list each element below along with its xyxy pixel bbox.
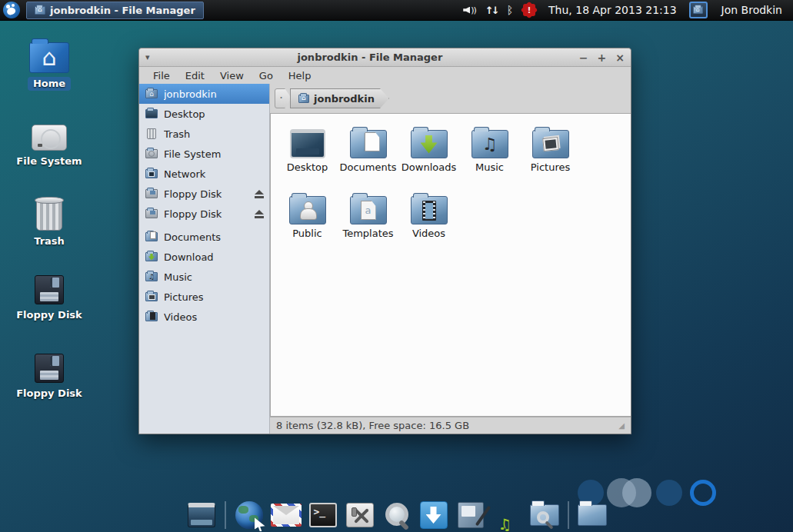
taskbar-window-button[interactable]: jonbrodkin - File Manager <box>26 2 204 19</box>
folder-icon <box>578 504 607 526</box>
dock-music-button[interactable] <box>492 500 523 530</box>
close-button[interactable]: × <box>615 52 625 64</box>
eject-button[interactable] <box>254 190 265 198</box>
dock-file-search-button[interactable] <box>529 500 560 530</box>
trash-can-icon <box>36 200 62 231</box>
menu-help[interactable]: Help <box>281 68 319 83</box>
sidebar-item-floppy-1[interactable]: Floppy Disk <box>139 184 269 204</box>
file-item-public[interactable]: Public <box>277 186 338 252</box>
hard-drive-icon <box>145 149 158 158</box>
statusbar: 8 items (32.8 kB), Free space: 16.5 GB ◢ <box>270 417 631 434</box>
file-item-desktop[interactable]: Desktop <box>277 120 338 186</box>
path-toolbar: jonbrodkin <box>270 84 631 113</box>
floppy-disk-icon <box>35 275 64 304</box>
sidebar-item-jonbrodkin[interactable]: jonbrodkin <box>139 84 269 104</box>
dock-downloader-button[interactable] <box>418 500 449 530</box>
desktop-icon-home[interactable]: Home <box>11 42 88 91</box>
sidebar-item-file-system[interactable]: File System <box>139 144 269 164</box>
folder-music-icon <box>145 272 158 281</box>
desktop-icon-floppy-2[interactable]: Floppy Disk <box>11 354 88 401</box>
maximize-button[interactable]: + <box>598 52 607 64</box>
bluetooth-icon[interactable]: ᛒ <box>507 4 513 16</box>
folder-download-icon <box>411 130 448 158</box>
dock-settings-button[interactable] <box>345 500 375 530</box>
file-item-downloads[interactable]: Downloads <box>398 120 459 186</box>
pathbar-root-stub-button[interactable] <box>275 88 292 108</box>
desktop-icon-label: File System <box>11 155 87 168</box>
applications-menu-button[interactable] <box>0 0 23 21</box>
folder-search-icon <box>530 504 559 526</box>
show-desktop-icon <box>188 503 215 527</box>
dock-terminal-button[interactable]: >_ <box>308 500 338 530</box>
sidebar-item-floppy-2[interactable]: Floppy Disk <box>139 204 269 224</box>
sidebar-item-videos[interactable]: Videos <box>139 307 269 327</box>
terminal-icon: >_ <box>309 503 337 527</box>
menubar: File Edit View Go Help <box>139 67 631 84</box>
menu-file[interactable]: File <box>145 68 178 83</box>
folder-templates-icon: a <box>350 196 387 224</box>
bottom-dock: >_ <box>0 495 793 530</box>
sidebar-item-network[interactable]: Network <box>139 164 269 184</box>
xubuntu-logo-icon <box>3 2 20 18</box>
taskbar-window-label: jonbrodkin - File Manager <box>50 5 195 16</box>
folder-documents-icon <box>350 130 387 158</box>
dock-show-desktop-button[interactable] <box>186 500 217 530</box>
dock-search-button[interactable] <box>382 500 412 530</box>
dock-file-manager-button[interactable] <box>577 500 608 530</box>
menu-edit[interactable]: Edit <box>178 68 212 83</box>
home-folder-icon <box>298 95 309 103</box>
file-manager-window: ▾ jonbrodkin - File Manager − + × File E… <box>138 48 631 434</box>
home-folder-icon <box>35 6 45 15</box>
sidebar-item-download[interactable]: Download <box>139 247 269 267</box>
breadcrumb-label: jonbrodkin <box>314 93 375 105</box>
dock-mail-button[interactable] <box>271 500 302 530</box>
file-item-videos[interactable]: Videos <box>398 186 459 252</box>
hard-drive-icon <box>32 125 67 151</box>
dock-separator <box>568 501 569 529</box>
sidebar-item-documents[interactable]: Documents <box>139 227 269 247</box>
desktop-screen-icon <box>290 129 325 158</box>
dock-notes-button[interactable] <box>455 500 486 530</box>
resize-grip[interactable]: ◢ <box>618 421 625 430</box>
folder-download-icon <box>145 252 158 261</box>
volume-icon[interactable]: )) <box>463 5 476 15</box>
updates-alert-icon[interactable]: ! <box>522 3 536 17</box>
session-user-menu[interactable]: Jon Brodkin <box>717 4 787 16</box>
folder-pictures-icon <box>145 292 158 301</box>
folder-pictures-icon <box>532 130 569 158</box>
minimize-button[interactable]: − <box>579 52 588 64</box>
floppy-disk-icon <box>35 354 64 383</box>
sidebar-item-pictures[interactable]: Pictures <box>139 287 269 307</box>
desktop-root: jonbrodkin - File Manager )) ↑↓ ᛒ ! Thu,… <box>0 0 793 532</box>
sidebar-item-music[interactable]: Music <box>139 267 269 287</box>
file-item-documents[interactable]: Documents <box>338 120 398 186</box>
network-arrows-icon[interactable]: ↑↓ <box>485 5 498 16</box>
settings-tools-icon <box>346 503 374 527</box>
file-item-music[interactable]: Music <box>459 120 520 186</box>
menu-go[interactable]: Go <box>252 68 281 83</box>
window-titlebar[interactable]: ▾ jonbrodkin - File Manager − + × <box>139 48 631 67</box>
desktop-icon-trash[interactable]: Trash <box>11 200 88 248</box>
envelope-icon <box>271 504 302 527</box>
menu-view[interactable]: View <box>212 68 252 83</box>
sidebar-item-trash[interactable]: Trash <box>139 124 269 144</box>
breadcrumb-jonbrodkin[interactable]: jonbrodkin <box>290 88 389 108</box>
desktop-icon-floppy-1[interactable]: Floppy Disk <box>11 275 88 322</box>
folder-music-icon <box>471 130 508 158</box>
notebook-pen-icon <box>458 502 484 528</box>
dock-web-browser-button[interactable] <box>234 500 265 530</box>
file-view[interactable]: Desktop Documents Downloads Music <box>270 113 631 417</box>
eject-button[interactable] <box>254 210 265 218</box>
desktop-icon-file-system[interactable]: File System <box>11 125 88 168</box>
places-indicator-icon[interactable] <box>689 2 708 18</box>
desktop-icon-label: Home <box>28 77 71 91</box>
file-item-pictures[interactable]: Pictures <box>520 120 581 186</box>
places-sidebar: jonbrodkin Desktop Trash File System Net… <box>139 84 270 434</box>
window-menu-arrow-icon[interactable]: ▾ <box>145 52 161 62</box>
globe-cursor-icon <box>235 501 263 529</box>
panel-clock[interactable]: Thu, 18 Apr 2013 21:13 <box>545 4 680 16</box>
home-folder-icon <box>693 6 703 14</box>
file-item-templates[interactable]: a Templates <box>338 186 398 252</box>
sidebar-item-desktop[interactable]: Desktop <box>139 104 269 124</box>
folder-documents-icon <box>145 232 158 241</box>
